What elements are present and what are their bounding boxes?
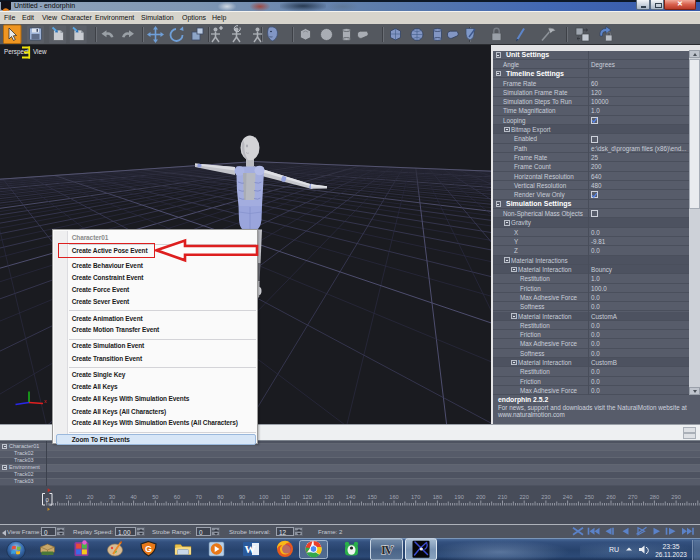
- svg-text:0: 0: [46, 497, 50, 503]
- svg-text:110: 110: [281, 494, 290, 500]
- svg-text:170: 170: [411, 494, 421, 500]
- svg-text:50: 50: [152, 494, 158, 500]
- svg-text:26.11.2023: 26.11.2023: [655, 550, 687, 557]
- svg-text:120: 120: [302, 494, 312, 500]
- svg-text:70: 70: [196, 494, 202, 500]
- svg-text:90: 90: [239, 494, 245, 500]
- svg-text:40: 40: [130, 494, 136, 500]
- svg-text:W: W: [245, 543, 256, 555]
- svg-text:270: 270: [628, 494, 638, 500]
- svg-text:150: 150: [368, 494, 378, 500]
- svg-text:IV: IV: [381, 543, 393, 557]
- svg-text:140: 140: [346, 494, 356, 500]
- svg-text:210: 210: [498, 494, 508, 500]
- svg-text:10: 10: [65, 494, 71, 500]
- svg-text:240: 240: [563, 494, 573, 500]
- svg-text:23:35: 23:35: [662, 542, 679, 549]
- svg-text:130: 130: [324, 494, 334, 500]
- svg-text:80: 80: [217, 494, 223, 500]
- svg-text:260: 260: [606, 494, 616, 500]
- svg-text:230: 230: [541, 494, 551, 500]
- svg-text:200: 200: [476, 494, 486, 500]
- svg-text:20: 20: [87, 494, 93, 500]
- svg-text:180: 180: [433, 494, 443, 500]
- svg-text:290: 290: [671, 494, 681, 500]
- svg-text:RU: RU: [609, 546, 619, 553]
- svg-text:x: x: [44, 398, 47, 404]
- svg-text:250: 250: [585, 494, 595, 500]
- svg-text:190: 190: [454, 494, 464, 500]
- svg-text:30: 30: [109, 494, 115, 500]
- svg-text:100: 100: [259, 494, 269, 500]
- svg-text:280: 280: [650, 494, 660, 500]
- svg-text:220: 220: [519, 494, 529, 500]
- svg-text:160: 160: [389, 494, 399, 500]
- svg-text:G: G: [145, 544, 152, 554]
- svg-text:60: 60: [174, 494, 180, 500]
